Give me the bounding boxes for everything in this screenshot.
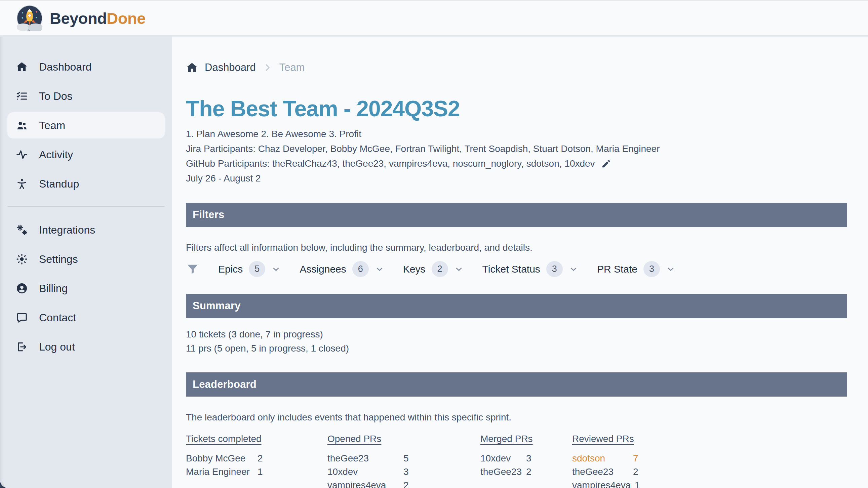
chevron-down-icon: [666, 264, 675, 274]
breadcrumb: Dashboard Team: [186, 62, 847, 74]
leaderboard-column-title: Reviewed PRs: [572, 433, 847, 444]
leaderboard-section-header: Leaderboard: [186, 372, 847, 397]
team-motto: 1. Plan Awesome 2. Be Awesome 3. Profit: [186, 127, 847, 141]
sidebar-item-dashboard[interactable]: Dashboard: [7, 54, 165, 80]
leaderboard-row: 10xdev3: [328, 465, 480, 479]
app-root: BeyondDone DashboardTo DosTeamActivitySt…: [0, 0, 868, 488]
filter-count-badge: 5: [249, 261, 265, 277]
sprint-date-range: July 26 - August 2: [186, 171, 847, 186]
leaderboard-row-name: theGee23: [328, 452, 403, 465]
filter-chips: Epics5Assignees6Keys2Ticket Status3PR St…: [218, 261, 675, 277]
brand-primary: Beyond: [50, 9, 106, 27]
sidebar-item-label: Billing: [39, 282, 68, 295]
leaderboard-row: theGee232: [480, 465, 572, 479]
sidebar-item-billing[interactable]: Billing: [7, 275, 165, 301]
leaderboard-column-title: Opened PRs: [328, 433, 480, 444]
leaderboard-row-name: sdotson: [572, 452, 633, 465]
sidebar-item-label: Contact: [39, 312, 76, 324]
logo[interactable]: BeyondDone: [17, 5, 146, 31]
leaderboard-row-name: 10xdev: [480, 452, 526, 465]
sidebar-item-contact[interactable]: Contact: [7, 304, 165, 331]
sidebar-item-settings[interactable]: Settings: [7, 246, 165, 272]
chevron-right-icon: [262, 63, 273, 73]
leaderboard-row-name: 10xdev: [328, 465, 403, 479]
leaderboard-row-name: Bobby McGee: [186, 452, 257, 465]
filter-count-badge: 3: [644, 261, 660, 277]
filter-pr-state[interactable]: PR State3: [597, 261, 675, 277]
summary-section-header: Summary: [186, 294, 847, 318]
chevron-down-icon: [454, 264, 464, 274]
chevron-down-icon: [569, 264, 578, 274]
brand-secondary: Done: [106, 9, 146, 27]
page-title: The Best Team - 2024Q3S2: [186, 96, 847, 121]
sidebar-item-label: Log out: [39, 341, 75, 353]
jira-participants: Jira Participants: Chaz Developer, Bobby…: [186, 141, 847, 156]
sidebar-item-label: Team: [39, 119, 65, 132]
sidebar-item-label: Settings: [39, 253, 78, 265]
sidebar-item-label: Integrations: [39, 224, 95, 236]
leaderboard-row: Maria Engineer1: [186, 465, 328, 479]
filters-description: Filters affect all information below, in…: [186, 242, 847, 253]
leaderboard-row-name: vampires4eva: [572, 479, 635, 488]
team-meta: 1. Plan Awesome 2. Be Awesome 3. Profit …: [186, 127, 847, 186]
leaderboard-row-value: 1: [257, 465, 263, 479]
filter-assignees[interactable]: Assignees6: [300, 261, 384, 277]
leaderboard-column-tickets-completed: Tickets completedBobby McGee2Maria Engin…: [186, 433, 328, 488]
leaderboard-row-value: 2: [257, 452, 263, 465]
summary-lines: 10 tickets (3 done, 7 in progress) 11 pr…: [186, 327, 847, 356]
github-participants: GitHub Participants: theRealChaz43, theG…: [186, 156, 847, 171]
logout-icon: [16, 340, 28, 353]
leaderboard-columns: Tickets completedBobby McGee2Maria Engin…: [186, 433, 847, 488]
breadcrumb-current: Team: [279, 62, 305, 74]
leaderboard-row-name: theGee23: [480, 465, 526, 479]
sidebar-item-label: Standup: [39, 178, 79, 190]
filter-label: Ticket Status: [483, 263, 540, 275]
funnel-icon: [186, 262, 199, 276]
chevron-down-icon: [375, 264, 384, 274]
billing-icon: [16, 282, 28, 295]
leaderboard-row-value: 3: [526, 452, 531, 465]
filter-label: Keys: [403, 263, 426, 275]
sidebar-item-activity[interactable]: Activity: [7, 141, 165, 168]
checklist-icon: [16, 90, 28, 102]
settings-icon: [16, 253, 28, 265]
top-bar: BeyondDone: [0, 0, 868, 37]
filter-count-badge: 6: [352, 261, 369, 277]
leaderboard-row: theGee235: [328, 452, 480, 465]
sidebar-item-label: Activity: [39, 149, 73, 161]
sidebar-item-standup[interactable]: Standup: [7, 171, 165, 197]
home-icon[interactable]: [186, 62, 198, 74]
filter-ticket-status[interactable]: Ticket Status3: [483, 261, 578, 277]
sidebar-item-to-dos[interactable]: To Dos: [7, 83, 165, 109]
filter-row: Epics5Assignees6Keys2Ticket Status3PR St…: [186, 261, 847, 277]
filter-epics[interactable]: Epics5: [218, 261, 281, 277]
filter-count-badge: 3: [546, 261, 563, 277]
edit-pencil-icon[interactable]: [601, 159, 611, 169]
leaderboard-column-title: Tickets completed: [186, 433, 328, 444]
summary-prs-line: 11 prs (5 open, 5 in progress, 1 closed): [186, 341, 847, 356]
leaderboard-row-value: 2: [633, 465, 639, 479]
sidebar-top-group: DashboardTo DosTeamActivityStandup: [0, 54, 172, 197]
leaderboard-row-name: theGee23: [572, 465, 633, 479]
filters-section-header: Filters: [186, 203, 847, 227]
leaderboard-column-title: Merged PRs: [480, 433, 572, 444]
filter-label: Assignees: [300, 263, 346, 275]
filter-keys[interactable]: Keys2: [403, 261, 464, 277]
leaderboard-column-merged-prs: Merged PRs10xdev3theGee232: [480, 433, 572, 488]
leaderboard-row-value: 2: [526, 465, 531, 479]
leaderboard-column-opened-prs: Opened PRstheGee23510xdev3vampires4eva2n…: [328, 433, 480, 488]
leaderboard-row-name: vampires4eva: [328, 479, 403, 488]
integrations-icon: [16, 224, 28, 236]
leaderboard-row-value: 5: [403, 452, 409, 465]
breadcrumb-dashboard-link[interactable]: Dashboard: [205, 62, 256, 74]
main-content: Dashboard Team The Best Team - 2024Q3S2 …: [172, 37, 868, 488]
filter-count-badge: 2: [432, 261, 448, 277]
sidebar-item-log-out[interactable]: Log out: [7, 334, 165, 360]
sidebar-item-label: To Dos: [39, 90, 72, 102]
leaderboard-row-name: Maria Engineer: [186, 465, 257, 479]
sidebar-item-integrations[interactable]: Integrations: [7, 217, 165, 243]
sidebar-item-team[interactable]: Team: [7, 112, 165, 138]
filter-label: PR State: [597, 263, 638, 275]
leaderboard-row-value: 1: [635, 479, 640, 488]
leaderboard-row-value: 7: [633, 452, 639, 465]
